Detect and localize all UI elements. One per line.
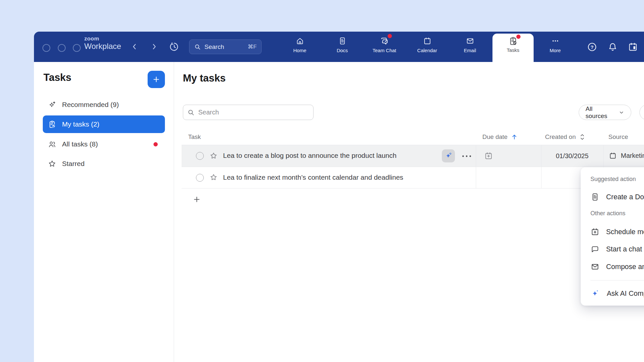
- notifications-icon[interactable]: [607, 42, 618, 52]
- nav-label: Team Chat: [373, 48, 396, 53]
- add-due-date-icon[interactable]: [484, 151, 493, 160]
- source-label: Marketing: [621, 152, 644, 159]
- search-shortcut: ⌘F: [248, 43, 257, 50]
- nav-team-chat[interactable]: Team Chat: [365, 36, 404, 59]
- nav-label: Docs: [337, 48, 348, 53]
- task-complete-checkbox[interactable]: [196, 174, 204, 182]
- nav-email[interactable]: Email: [450, 36, 490, 59]
- nav-label: Home: [293, 48, 306, 53]
- column-label: Due date: [482, 133, 507, 141]
- doc-icon: [590, 192, 600, 202]
- column-header-due-date[interactable]: Due date: [482, 129, 518, 145]
- table-header: Task Due date Created on Source: [182, 129, 644, 145]
- menu-item-label: Start a chat: [606, 245, 642, 253]
- window-control-icon[interactable]: [58, 44, 66, 52]
- sidebar-item-starred[interactable]: Starred: [43, 155, 165, 173]
- column-header-source[interactable]: Source: [608, 129, 628, 145]
- nav-more[interactable]: More: [536, 36, 575, 59]
- sidebar-item-label: All tasks (8): [62, 140, 98, 148]
- created-on-value: 01/30/2025: [541, 152, 603, 160]
- search-icon: [194, 43, 201, 51]
- calendar-icon: [423, 36, 432, 46]
- nav-tasks-active-tab[interactable]: Tasks: [492, 34, 534, 62]
- source-calendar-icon: [609, 152, 617, 160]
- screen: { "colors": { "accent_blue": "#2270e4", …: [0, 0, 644, 362]
- row-more-actions-icon[interactable]: [461, 154, 473, 158]
- menu-section-label: Suggested action: [590, 176, 636, 183]
- task-row[interactable]: Lea to finalize next month’s content cal…: [182, 167, 644, 189]
- column-header-task[interactable]: Task: [188, 129, 201, 145]
- email-icon: [466, 36, 475, 46]
- sidebar-item-all-tasks[interactable]: All tasks (8): [43, 135, 165, 153]
- forward-icon[interactable]: [150, 43, 158, 51]
- window-control-icon[interactable]: [73, 44, 81, 52]
- column-label: Created on: [545, 133, 576, 141]
- all-tasks-badge: [153, 142, 158, 146]
- task-row[interactable]: Lea to create a blog post to announce th…: [182, 145, 644, 167]
- sidebar-item-label: My tasks (2): [62, 120, 99, 128]
- logo-zoom: zoom: [84, 36, 121, 41]
- team-chat-badge: [388, 34, 392, 38]
- docs-icon: [338, 36, 347, 46]
- suggested-actions-menu: Suggested action Create a Doc Other acti…: [581, 167, 644, 306]
- schedule-calendar-icon[interactable]: [628, 42, 638, 52]
- secondary-filter-dropdown[interactable]: [639, 105, 644, 120]
- source-cell: Marketing: [609, 152, 644, 160]
- tasks-sidebar: Tasks Recommended (9) My tasks (2): [34, 62, 174, 362]
- history-icon[interactable]: [169, 42, 179, 52]
- task-complete-checkbox[interactable]: [196, 152, 204, 160]
- ai-sparkle-icon: [444, 152, 453, 160]
- my-tasks-panel: My tasks All sources Task Due date Creat…: [174, 62, 644, 362]
- email-icon: [590, 262, 600, 271]
- sidebar-item-recommended[interactable]: Recommended (9): [43, 96, 165, 113]
- menu-item-create-doc[interactable]: Create a Doc: [581, 188, 644, 206]
- help-icon[interactable]: ?: [587, 42, 597, 52]
- menu-section-label: Other actions: [590, 210, 625, 217]
- page-title: My tasks: [183, 72, 226, 84]
- nav-calendar[interactable]: Calendar: [408, 36, 447, 59]
- nav-docs[interactable]: Docs: [323, 36, 362, 59]
- add-row-plus-icon[interactable]: [192, 195, 201, 204]
- chat-bubble-icon: [590, 245, 600, 254]
- plus-icon: [152, 75, 161, 84]
- sidebar-title: Tasks: [43, 72, 72, 83]
- add-task-button[interactable]: [148, 71, 165, 88]
- nav-home[interactable]: Home: [280, 36, 319, 59]
- ai-companion-button[interactable]: [442, 149, 455, 162]
- zoom-workplace-logo: zoom Workplace: [84, 36, 121, 50]
- tasks-badge: [516, 35, 521, 39]
- menu-item-start-chat[interactable]: Start a chat: [581, 240, 644, 258]
- menu-item-label: Create a Doc: [606, 193, 644, 201]
- menu-divider: [590, 280, 644, 280]
- column-divider: [476, 145, 476, 189]
- menu-item-label: Compose an email: [606, 263, 644, 271]
- menu-item-label: Schedule meeting: [606, 228, 644, 236]
- task-search-input[interactable]: [198, 109, 309, 116]
- sidebar-item-label: Starred: [62, 160, 85, 168]
- star-icon[interactable]: [209, 173, 218, 182]
- nav-label: Calendar: [417, 48, 437, 53]
- star-icon[interactable]: [209, 152, 218, 160]
- chevron-down-icon: [619, 110, 624, 115]
- sources-filter-dropdown[interactable]: All sources: [579, 105, 631, 120]
- menu-item-ask-ai-companion[interactable]: Ask AI Companion: [581, 285, 644, 302]
- search-icon: [187, 109, 195, 116]
- svg-text:?: ?: [590, 44, 593, 50]
- ai-sparkle-icon: [590, 289, 600, 298]
- calendar-plus-icon: [590, 227, 600, 236]
- column-divider: [541, 145, 541, 189]
- nav-label: Tasks: [507, 47, 519, 53]
- window-control-icon[interactable]: [42, 44, 50, 52]
- team-chat-icon: [380, 36, 389, 46]
- menu-item-schedule-meeting[interactable]: Schedule meeting: [581, 223, 644, 241]
- nav-label: Email: [464, 48, 476, 53]
- sidebar-item-my-tasks[interactable]: My tasks (2): [43, 115, 165, 133]
- menu-item-compose-email[interactable]: Compose an email: [581, 258, 644, 276]
- logo-workplace: Workplace: [84, 42, 121, 50]
- global-search-input[interactable]: Search ⌘F: [189, 39, 262, 54]
- back-icon[interactable]: [131, 43, 138, 51]
- window-titlebar: zoom Workplace Search ⌘F Home: [34, 32, 644, 62]
- column-header-created-on[interactable]: Created on: [545, 129, 586, 145]
- more-icon: [551, 36, 560, 46]
- task-title: Lea to create a blog post to announce th…: [223, 152, 396, 159]
